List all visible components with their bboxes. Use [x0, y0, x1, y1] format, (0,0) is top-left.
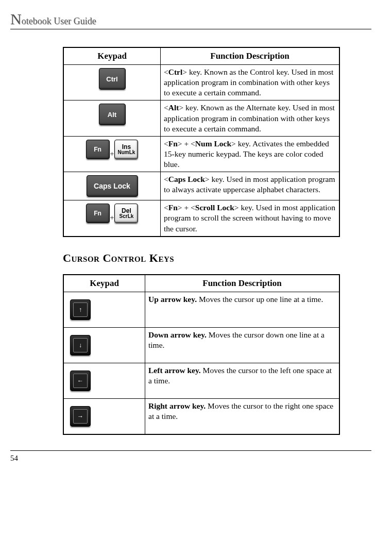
- keycap-icon: DelScrLk: [114, 204, 138, 223]
- keypad-cell: ↑: [63, 292, 145, 327]
- keypad-cell: ←: [63, 363, 145, 398]
- table-row: Alt<Alt> key. Known as the Alternate key…: [63, 100, 339, 136]
- col-header-keypad: Keypad: [63, 275, 145, 292]
- table-row: Fn+InsNumLk<Fn> + <Num Lock> key. Activa…: [63, 136, 339, 172]
- keypad-cell: Ctrl: [63, 65, 161, 100]
- description-cell: Down arrow key. Moves the cursor down on…: [145, 327, 340, 363]
- keypad-cell: Caps Lock: [63, 172, 161, 200]
- keycap-icon: Caps Lock: [87, 175, 138, 197]
- col-header-desc: Function Description: [145, 275, 340, 292]
- description-cell: Left arrow key. Moves the cursor to the …: [145, 363, 340, 398]
- page-header: Notebook User Guide: [10, 10, 371, 29]
- description-cell: Up arrow key. Moves the cursor up one li…: [145, 292, 340, 327]
- keycap-icon: Ctrl: [99, 68, 126, 90]
- arrow-key-icon: ↑: [70, 299, 91, 320]
- keypad-cell: Fn+DelScrLk: [63, 200, 161, 237]
- table-row: ←Left arrow key. Moves the cursor to the…: [63, 363, 339, 398]
- keycap-icon: Fn: [86, 140, 110, 159]
- table-row: Caps Lock<Caps Lock> key. Used in most a…: [63, 172, 339, 200]
- keycap-icon: InsNumLk: [114, 140, 138, 159]
- description-cell: <Alt> key. Known as the Alternate key. U…: [161, 100, 340, 136]
- col-header-desc: Function Description: [161, 47, 340, 65]
- section-heading-cursor-control: Cursor Control Keys: [63, 251, 371, 265]
- keypad-cell: ↓: [63, 327, 145, 363]
- col-header-keypad: Keypad: [63, 47, 161, 65]
- keypad-function-table-1: Keypad Function Description Ctrl<Ctrl> k…: [63, 47, 340, 237]
- description-cell: Right arrow key. Moves the cursor to the…: [145, 398, 340, 434]
- table-row: Fn+DelScrLk<Fn> + <Scroll Lock> key. Use…: [63, 200, 339, 237]
- arrow-key-icon: ↓: [70, 335, 91, 356]
- keycap-icon: Fn: [86, 204, 110, 223]
- keypad-cell: →: [63, 398, 145, 434]
- description-cell: <Fn> + <Scroll Lock> key. Used in most a…: [161, 200, 340, 237]
- keypad-cell: Alt: [63, 100, 161, 136]
- table-row: ↓Down arrow key. Moves the cursor down o…: [63, 327, 339, 363]
- keypad-cell: Fn+InsNumLk: [63, 136, 161, 172]
- plus-icon: +: [110, 214, 114, 222]
- arrow-key-icon: ←: [70, 370, 91, 391]
- keypad-function-table-2: Keypad Function Description ↑Up arrow ke…: [63, 274, 340, 435]
- description-cell: <Ctrl> key. Known as the Control key. Us…: [161, 65, 340, 100]
- table-row: ↑Up arrow key. Moves the cursor up one l…: [63, 292, 339, 327]
- table-row: Ctrl<Ctrl> key. Known as the Control key…: [63, 65, 339, 100]
- arrow-key-icon: →: [70, 406, 91, 427]
- description-cell: <Caps Lock> key. Used in most applicatio…: [161, 172, 340, 200]
- plus-icon: +: [110, 150, 114, 158]
- page-number: 54: [10, 450, 371, 463]
- description-cell: <Fn> + <Num Lock> key. Activates the emb…: [161, 136, 340, 172]
- page-title: Notebook User Guide: [10, 16, 96, 26]
- table-row: →Right arrow key. Moves the cursor to th…: [63, 398, 339, 434]
- keycap-icon: Alt: [99, 104, 126, 125]
